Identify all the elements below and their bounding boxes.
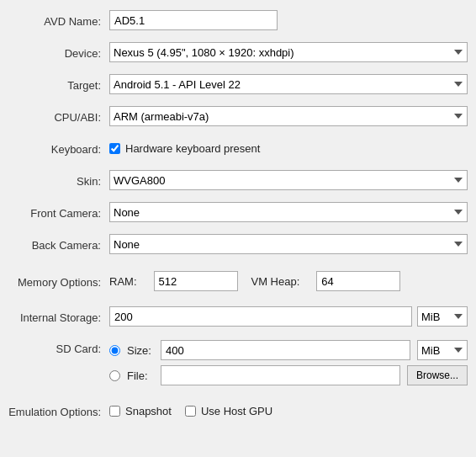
skin-control: WVGA800 [109,170,468,190]
avd-name-control [109,10,468,30]
front-camera-row: Front Camera: None [8,200,468,224]
target-control: Android 5.1 - API Level 22 [109,74,468,94]
avd-name-label: AVD Name: [8,13,109,28]
memory-options-label: Memory Options: [8,274,109,289]
target-label: Target: [8,77,109,92]
sdcard-size-unit-select[interactable]: MiB GiB [417,340,468,360]
sdcard-size-radio[interactable] [109,345,120,356]
back-camera-label: Back Camera: [8,236,109,252]
emulation-options-control: Snapshot Use Host GPU [109,405,468,417]
use-host-gpu-row: Use Host GPU [185,405,272,417]
vm-heap-input[interactable] [316,271,400,291]
ram-input[interactable] [154,271,238,291]
sdcard-file-input[interactable] [161,365,400,385]
emulation-options-label: Emulation Options: [8,403,109,418]
internal-storage-control: MiB GiB [109,306,468,327]
snapshot-checkbox[interactable] [109,406,120,417]
sdcard-row: SD Card: Size: MiB GiB File: [8,340,468,385]
sdcard-size-input[interactable] [161,340,410,360]
sdcard-size-label: Size: [127,344,154,357]
emulation-options-row: Emulation Options: Snapshot Use Host GPU [8,399,468,422]
cpu-abi-label: CPU/ABI: [8,109,109,124]
skin-row: Skin: WVGA800 [8,168,468,192]
device-select[interactable]: Nexus 5 (4.95", 1080 × 1920: xxhdpi) [109,42,468,62]
internal-storage-unit-select[interactable]: MiB GiB [417,306,468,327]
cpu-abi-control: ARM (armeabi-v7a) [109,106,468,126]
keyboard-label: Keyboard: [8,141,109,156]
keyboard-control: Hardware keyboard present [109,142,468,155]
vm-heap-label: VM Heap: [251,275,300,288]
skin-label: Skin: [8,173,109,188]
back-camera-control: None [109,234,468,254]
cpu-abi-row: CPU/ABI: ARM (armeabi-v7a) [8,104,468,128]
sdcard-file-radio[interactable] [109,370,120,381]
memory-row-inner: RAM: VM Heap: [109,271,468,291]
internal-storage-label: Internal Storage: [8,309,109,324]
target-row: Target: Android 5.1 - API Level 22 [8,72,468,96]
front-camera-control: None [109,202,468,222]
emulation-row-inner: Snapshot Use Host GPU [109,405,468,417]
use-host-gpu-label: Use Host GPU [201,405,272,417]
internal-storage-input[interactable] [109,306,412,327]
use-host-gpu-checkbox[interactable] [185,406,196,417]
sdcard-label: SD Card: [8,340,109,355]
storage-row-inner: MiB GiB [109,306,468,327]
snapshot-row: Snapshot [109,405,172,417]
sdcard-size-row: Size: MiB GiB [109,340,468,360]
sdcard-options: Size: MiB GiB File: Browse... [109,340,468,385]
back-camera-select[interactable]: None [109,234,468,254]
avd-name-input[interactable] [109,10,278,30]
front-camera-select[interactable]: None [109,202,468,222]
device-row: Device: Nexus 5 (4.95", 1080 × 1920: xxh… [8,40,468,64]
keyboard-checkbox[interactable] [109,143,120,154]
back-camera-row: Back Camera: None [8,232,468,256]
sdcard-file-row: File: Browse... [109,365,468,385]
skin-select[interactable]: WVGA800 [109,170,468,190]
device-label: Device: [8,45,109,60]
keyboard-checkbox-row: Hardware keyboard present [109,142,468,155]
keyboard-checkbox-label: Hardware keyboard present [125,142,260,155]
memory-options-control: RAM: VM Heap: [109,271,468,291]
ram-label: RAM: [109,275,137,288]
browse-button[interactable]: Browse... [407,365,468,385]
cpu-abi-select[interactable]: ARM (armeabi-v7a) [109,106,468,126]
avd-form: AVD Name: Device: Nexus 5 (4.95", 1080 ×… [0,0,476,439]
front-camera-label: Front Camera: [8,205,109,220]
avd-name-row: AVD Name: [8,8,468,32]
internal-storage-row: Internal Storage: MiB GiB [8,305,468,328]
memory-options-row: Memory Options: RAM: VM Heap: [8,269,468,293]
snapshot-label: Snapshot [125,405,172,417]
target-select[interactable]: Android 5.1 - API Level 22 [109,74,468,94]
device-control: Nexus 5 (4.95", 1080 × 1920: xxhdpi) [109,42,468,62]
sdcard-file-label: File: [127,369,154,382]
sdcard-control: Size: MiB GiB File: Browse... [109,340,468,385]
keyboard-row: Keyboard: Hardware keyboard present [8,136,468,160]
